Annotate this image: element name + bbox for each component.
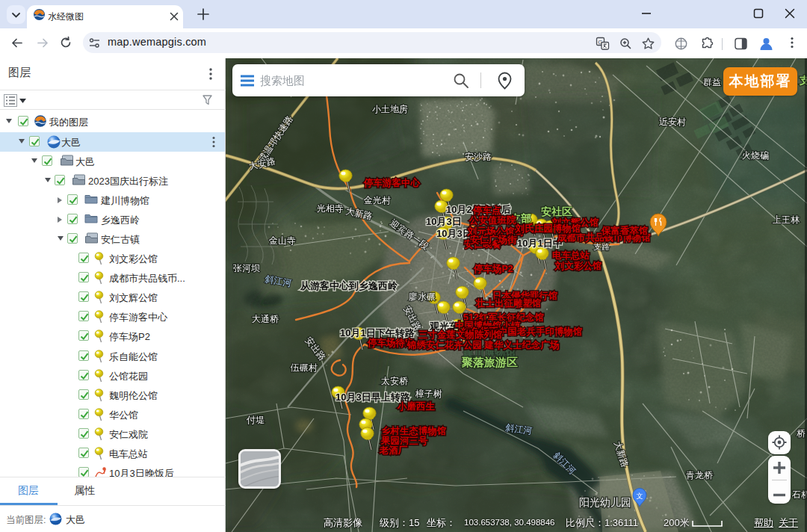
svg-text:10月3日: 10月3日 [436, 228, 472, 239]
svg-text:樟子树: 樟子树 [415, 389, 442, 399]
svg-text:小土地房: 小土地房 [372, 104, 408, 114]
svg-text:廖水碾: 廖水碾 [409, 291, 436, 302]
svg-text:聚落旅游区: 聚落旅游区 [461, 356, 518, 368]
svg-text:老酒厂: 老酒厂 [379, 445, 408, 456]
svg-text:小磨西生: 小磨西生 [397, 400, 436, 412]
svg-text:支路: 支路 [593, 242, 610, 251]
svg-text:10月1日中: 10月1日中 [517, 238, 563, 249]
svg-text:乡村生态博物馆: 乡村生态博物馆 [381, 426, 447, 436]
svg-text:停车点: 停车点 [472, 205, 501, 216]
svg-text:保富香萃馆: 保富香萃馆 [601, 225, 649, 236]
svg-text:公安值班院: 公安值班院 [469, 214, 516, 226]
svg-text:安沙路: 安沙路 [465, 152, 492, 162]
svg-text:太安桥: 太安桥 [381, 376, 408, 386]
svg-text:金光村: 金光村 [363, 195, 391, 205]
svg-text:停车场P2: 停车场P2 [473, 264, 513, 274]
svg-text:10月1日下午转路: 10月1日下午转路 [340, 327, 415, 338]
svg-text:果园河三号: 果园河三号 [380, 436, 428, 446]
svg-text:光相寺: 光相寺 [317, 203, 344, 214]
svg-text:付堤: 付堤 [246, 415, 265, 425]
svg-text:电车总站: 电车总站 [552, 250, 590, 261]
svg-text:火烧碥: 火烧碥 [742, 150, 769, 161]
svg-text:从游客中心到乡逸西岭: 从游客中心到乡逸西岭 [300, 280, 398, 291]
svg-text:石桥: 石桥 [791, 489, 807, 500]
svg-text:锦绣安仁花卉公园 建华义士纪念广场: 锦绣安仁花卉公园 建华义士纪念广场 [406, 339, 559, 350]
svg-text:近安村: 近安村 [659, 117, 686, 127]
svg-text:上王林: 上王林 [773, 214, 800, 225]
svg-text:刘氏庄园博物馆: 刘氏庄园博物馆 [515, 223, 581, 234]
svg-text:桥: 桥 [797, 428, 806, 439]
svg-text:壮士出征雕塑馆: 壮士出征雕塑馆 [475, 297, 542, 309]
svg-text:文: 文 [637, 492, 643, 500]
svg-text:安社区: 安社区 [541, 205, 572, 217]
svg-text:10月3日: 10月3日 [426, 216, 462, 227]
svg-text:三寸金莲文物陈列馆: 三寸金莲文物陈列馆 [418, 329, 503, 340]
svg-text:安仁广场街: 安仁广场街 [470, 234, 517, 245]
svg-text:青龙桥: 青龙桥 [686, 470, 713, 480]
svg-text:张河坝: 张河坝 [233, 263, 260, 273]
svg-text:群益: 群益 [703, 77, 721, 87]
svg-text:阳光幼儿园: 阳光幼儿园 [579, 496, 631, 508]
svg-text:伍碾村: 伍碾村 [290, 362, 318, 373]
svg-text:刘文彩公馆: 刘文彩公馆 [554, 260, 602, 271]
svg-text:停车游客中心: 停车游客中心 [363, 177, 421, 188]
svg-text:大通桥: 大通桥 [252, 314, 279, 324]
svg-text:金山寺: 金山寺 [268, 235, 296, 246]
